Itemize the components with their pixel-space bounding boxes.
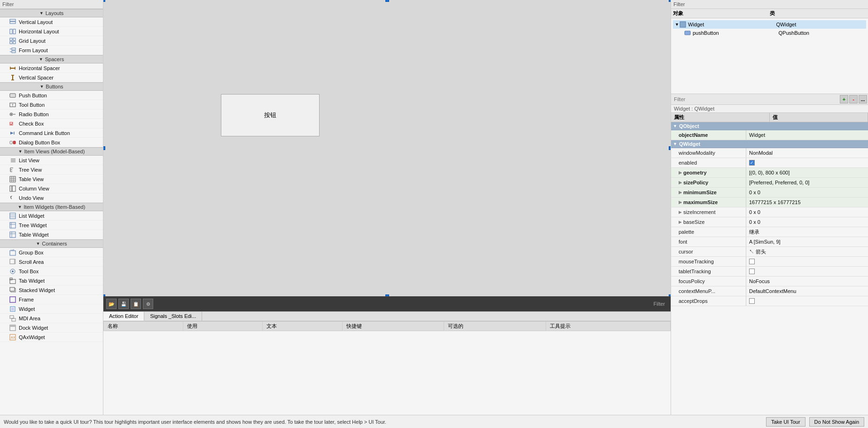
- do-not-show-button[interactable]: Do Not Show Again: [809, 417, 864, 427]
- tree-row-pushbutton[interactable]: pushButton QPushButton: [673, 29, 866, 37]
- sidebar-item-radio-button[interactable]: Radio Button: [0, 110, 103, 119]
- sidebar-item-vertical-layout[interactable]: Vertical Layout: [0, 17, 103, 27]
- prop-row-baseSize[interactable]: ▶ baseSize 0 x 0: [671, 217, 868, 227]
- prop-name-contextMenuP: contextMenuP...: [671, 286, 746, 296]
- design-surface[interactable]: 按钮: [103, 0, 671, 296]
- action-editor-tab[interactable]: Action Editor: [103, 312, 144, 321]
- spacers-category[interactable]: ▼ Spacers: [0, 55, 103, 63]
- sidebar-item-push-button[interactable]: Push Button: [0, 91, 103, 100]
- sidebar-item-table-view[interactable]: Table View: [0, 174, 103, 184]
- minimumSize-expand-btn[interactable]: ▶: [679, 190, 682, 195]
- prop-row-tabletTracking[interactable]: tabletTracking: [671, 267, 868, 277]
- prop-row-geometry[interactable]: ▶ geometry [(0, 0), 800 x 600]: [671, 168, 868, 178]
- sidebar-item-column-view[interactable]: Column View: [0, 184, 103, 193]
- column-view-icon: [9, 185, 16, 192]
- prop-value-mouseTracking: [746, 258, 868, 265]
- prop-filter-input[interactable]: [671, 95, 839, 103]
- buttons-label: Buttons: [46, 84, 63, 89]
- prop-row-mouseTracking[interactable]: mouseTracking: [671, 257, 868, 267]
- prop-row-enabled[interactable]: enabled: [671, 158, 868, 168]
- prop-remove-button[interactable]: -: [849, 95, 858, 103]
- sidebar-item-check-box[interactable]: Check Box: [0, 119, 103, 128]
- sidebar-item-group-box[interactable]: GB Group Box: [0, 248, 103, 257]
- settings-button[interactable]: ⚙: [143, 299, 153, 309]
- prop-row-minimumSize[interactable]: ▶ minimumSize 0 x 0: [671, 188, 868, 198]
- vertical-spacer-icon: [9, 74, 16, 81]
- canvas-area[interactable]: 按钮: [103, 0, 671, 296]
- prop-group-qwidget[interactable]: ▼ QWidget: [671, 140, 868, 148]
- copy-button[interactable]: 📋: [131, 299, 141, 309]
- sidebar-item-dock-widget[interactable]: Dock Widget: [0, 323, 103, 333]
- sidebar-item-scroll-area[interactable]: Scroll Area: [0, 257, 103, 267]
- sidebar-item-horizontal-spacer[interactable]: Horizontal Spacer: [0, 63, 103, 73]
- sidebar-item-widget[interactable]: Widget: [0, 304, 103, 314]
- item-widgets-category[interactable]: ▼ Item Widgets (Item-Based): [0, 203, 103, 211]
- sidebar-item-undo-view[interactable]: Undo View: [0, 193, 103, 203]
- push-button-icon: [9, 92, 16, 99]
- prop-value-sizePolicy: [Preferred, Preferred, 0, 0]: [746, 179, 868, 186]
- prop-row-palette[interactable]: palette 继承: [671, 227, 868, 237]
- containers-label: Containers: [42, 241, 67, 246]
- acceptDrops-checkbox[interactable]: [749, 298, 755, 304]
- sidebar-item-form-layout[interactable]: Form Layout: [0, 46, 103, 55]
- sidebar-item-vertical-spacer[interactable]: Vertical Spacer: [0, 73, 103, 82]
- prop-add-button[interactable]: +: [840, 95, 848, 103]
- sidebar-item-tab-widget[interactable]: Tab Widget: [0, 276, 103, 285]
- group-box-label: Group Box: [19, 250, 44, 255]
- handle-ml: [103, 146, 105, 150]
- sidebar-item-tree-view[interactable]: Tree View: [0, 165, 103, 174]
- prop-row-acceptDrops[interactable]: acceptDrops: [671, 296, 868, 306]
- ae-col-name: 名称: [104, 322, 183, 331]
- prop-row-sizeIncrement[interactable]: ▶ sizeIncrement 0 x 0: [671, 207, 868, 217]
- prop-name-geometry: ▶ geometry: [671, 168, 746, 177]
- left-filter-label: Filter: [2, 1, 14, 7]
- mouseTracking-checkbox[interactable]: [749, 259, 755, 264]
- sizePolicy-expand-btn[interactable]: ▶: [679, 180, 682, 185]
- stacked-widget-icon: [9, 287, 16, 293]
- prop-row-windowModality[interactable]: windowModality NonModal: [671, 148, 868, 158]
- prop-row-sizePolicy[interactable]: ▶ sizePolicy [Preferred, Preferred, 0, 0…: [671, 178, 868, 188]
- tree-row-widget[interactable]: ▼ Widget QWidget: [673, 20, 866, 29]
- sidebar-item-list-widget[interactable]: List Widget: [0, 211, 103, 221]
- baseSize-expand-btn[interactable]: ▶: [679, 220, 682, 224]
- item-views-category[interactable]: ▼ Item Views (Model-Based): [0, 147, 103, 156]
- tabletTracking-checkbox[interactable]: [749, 269, 755, 274]
- open-file-button[interactable]: 📂: [106, 299, 117, 309]
- canvas-button-widget[interactable]: 按钮: [221, 94, 320, 136]
- sidebar-item-qaxwidget[interactable]: AX QAxWidget: [0, 333, 103, 342]
- take-ui-tour-button[interactable]: Take UI Tour: [766, 417, 805, 427]
- sidebar-item-table-widget[interactable]: Table Widget: [0, 230, 103, 239]
- sidebar-item-mdi-area[interactable]: MDI Area: [0, 314, 103, 323]
- sidebar-item-command-link-button[interactable]: Command Link Button: [0, 128, 103, 138]
- layouts-category[interactable]: ▼ Layouts: [0, 9, 103, 17]
- prop-row-focusPolicy[interactable]: focusPolicy NoFocus: [671, 277, 868, 286]
- qobject-arrow: ▼: [673, 124, 677, 128]
- prop-group-qobject[interactable]: ▼ QObject: [671, 122, 868, 130]
- right-filter-label: Filter: [673, 1, 685, 7]
- maximumSize-expand-btn[interactable]: ▶: [679, 200, 682, 205]
- sidebar-item-grid-layout[interactable]: Grid Layout: [0, 36, 103, 46]
- sizeIncrement-expand-btn[interactable]: ▶: [679, 210, 682, 214]
- sidebar-item-frame[interactable]: Frame: [0, 295, 103, 304]
- obj-col-header: 对象: [673, 10, 770, 17]
- sidebar-item-list-view[interactable]: List View: [0, 156, 103, 165]
- enabled-checkbox[interactable]: [749, 160, 755, 166]
- sidebar-item-dialog-button-box[interactable]: Dialog Button Box: [0, 138, 103, 147]
- sidebar-item-horizontal-layout[interactable]: Horizontal Layout: [0, 27, 103, 36]
- containers-category[interactable]: ▼ Containers: [0, 239, 103, 248]
- sidebar-item-tool-button[interactable]: T Tool Button: [0, 100, 103, 110]
- save-file-button[interactable]: 💾: [118, 299, 129, 309]
- signals-slots-tab[interactable]: Signals _Slots Edi...: [144, 312, 202, 321]
- prop-row-maximumSize[interactable]: ▶ maximumSize 16777215 x 16777215: [671, 198, 868, 207]
- sidebar-item-stacked-widget[interactable]: Stacked Widget: [0, 285, 103, 295]
- buttons-category[interactable]: ▼ Buttons: [0, 82, 103, 91]
- prop-row-font[interactable]: font A [SimSun, 9]: [671, 237, 868, 247]
- prop-row-contextMenuP[interactable]: contextMenuP... DefaultContextMenu: [671, 286, 868, 296]
- prop-row-cursor[interactable]: cursor ↖ 箭头: [671, 247, 868, 257]
- sidebar-item-tool-box[interactable]: Tool Box: [0, 267, 103, 276]
- prop-row-objectName[interactable]: objectName Widget: [671, 130, 868, 140]
- svg-text:AX: AX: [11, 336, 16, 339]
- geometry-expand-btn[interactable]: ▶: [679, 170, 682, 175]
- sidebar-item-tree-widget[interactable]: Tree Widget: [0, 221, 103, 230]
- prop-more-button[interactable]: ...: [859, 95, 867, 103]
